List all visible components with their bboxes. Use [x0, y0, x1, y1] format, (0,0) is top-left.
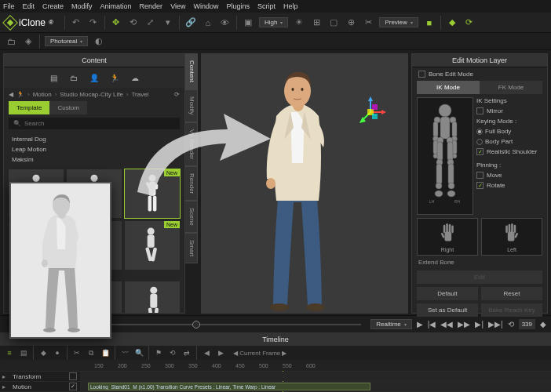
motion-clip[interactable]: Looking_Stand01_M (x1.00) Transition Cur…: [88, 383, 370, 390]
tree-item[interactable]: Internal Dog: [12, 134, 177, 144]
prev-key-button[interactable]: |◀: [428, 320, 436, 328]
menu-modify[interactable]: Modify: [71, 2, 93, 10]
move-checkbox[interactable]: [476, 172, 483, 179]
vtab-vprender[interactable]: Vp Render: [185, 122, 198, 166]
step-back-button[interactable]: ◀◀: [440, 320, 453, 328]
default-button[interactable]: Default: [417, 287, 478, 300]
motion-thumb[interactable]: New: [125, 169, 180, 218]
current-frame-field[interactable]: 339: [519, 319, 535, 329]
menu-create[interactable]: Create: [42, 2, 64, 10]
cat-folder-icon[interactable]: 🗀: [68, 72, 79, 83]
preview-select[interactable]: Preview: [379, 17, 418, 27]
tab-custom[interactable]: Custom: [49, 101, 87, 114]
expand-icon[interactable]: ▸: [0, 383, 8, 390]
render-mode-select[interactable]: Photoreal: [45, 36, 88, 46]
tl-key-icon[interactable]: ◆: [38, 348, 48, 358]
key-button[interactable]: ◆: [540, 320, 546, 328]
tl-next-icon[interactable]: ▶: [216, 348, 225, 358]
ik-mode-tab[interactable]: IK Mode: [417, 81, 480, 94]
motion-thumb[interactable]: [125, 281, 180, 313]
motion-thumb[interactable]: New: [125, 221, 180, 270]
tl-marker-icon[interactable]: ⚑: [154, 348, 163, 358]
breadcrumb-seg[interactable]: Studio Mocap-City Life: [60, 91, 122, 98]
tl-copy-icon[interactable]: ⧉: [86, 348, 96, 358]
set-default-button[interactable]: Set as Default: [417, 303, 478, 317]
motion-track[interactable]: Looking_Stand01_M (x1.00) Transition Cur…: [80, 382, 551, 391]
box-icon[interactable]: ▢: [327, 16, 340, 29]
menu-script[interactable]: Script: [257, 2, 276, 10]
track-vis-checkbox[interactable]: [69, 372, 77, 380]
cube-icon[interactable]: ◈: [22, 35, 35, 48]
tl-ab-icon[interactable]: ⇄: [182, 348, 192, 358]
realtime-select[interactable]: Realtime: [370, 319, 412, 329]
move-tool-icon[interactable]: ✥: [110, 16, 122, 29]
vtab-content[interactable]: Content: [185, 53, 198, 89]
layout-icon[interactable]: ▣: [242, 16, 254, 29]
tl-prev-icon[interactable]: ◀: [202, 348, 211, 358]
breadcrumb-seg[interactable]: Travel: [132, 91, 149, 98]
transform-track[interactable]: [80, 372, 551, 381]
menu-help[interactable]: Help: [283, 2, 298, 10]
bone-edit-checkbox[interactable]: [418, 71, 425, 78]
track-vis-checkbox[interactable]: ✓: [69, 383, 77, 390]
sun-icon[interactable]: ☀: [293, 16, 305, 29]
folder-tree[interactable]: Internal Dog Leap Motion Maksim: [4, 132, 184, 166]
menu-view[interactable]: View: [170, 2, 185, 10]
tl-filter-icon[interactable]: ▤: [19, 348, 28, 358]
export-icon[interactable]: ◆: [446, 16, 458, 29]
tl-curve-icon[interactable]: 〰: [120, 348, 130, 358]
right-hand-view[interactable]: Right: [417, 218, 478, 256]
dropdown-icon[interactable]: ▾: [162, 16, 174, 29]
cat-cloud-icon[interactable]: ☁: [130, 72, 140, 83]
tl-cut-icon[interactable]: ✂: [72, 348, 82, 358]
back-icon[interactable]: ◀: [9, 91, 13, 98]
transform-gizmo[interactable]: [355, 96, 386, 128]
undo-icon[interactable]: ↶: [70, 16, 82, 29]
folder-icon[interactable]: 🗀: [5, 35, 17, 48]
mannequin-view[interactable]: LH RH: [417, 97, 473, 215]
snap-icon[interactable]: ✂: [362, 16, 374, 29]
reset-button[interactable]: Reset: [481, 287, 542, 300]
cat-template-icon[interactable]: ▤: [48, 72, 59, 83]
character-model[interactable]: [239, 61, 356, 312]
rotate-checkbox[interactable]: ✓: [476, 182, 483, 189]
full-body-radio[interactable]: [476, 129, 483, 135]
redo-icon[interactable]: ↷: [87, 16, 100, 29]
tl-paste-icon[interactable]: 📋: [100, 348, 110, 358]
menu-edit[interactable]: Edit: [23, 2, 35, 10]
menu-file[interactable]: File: [3, 2, 15, 10]
expand-icon[interactable]: ▸: [0, 373, 8, 380]
vtab-smart[interactable]: Smart: [185, 233, 198, 263]
tl-loop-icon[interactable]: ⟲: [168, 348, 177, 358]
next-key-button[interactable]: ▶|: [475, 320, 483, 328]
menu-window[interactable]: Window: [193, 2, 218, 10]
track-label-motion[interactable]: Motion: [8, 383, 69, 390]
refresh-icon[interactable]: ⟳: [174, 91, 180, 98]
grid-icon[interactable]: ⊞: [310, 16, 323, 29]
shading-icon[interactable]: ◐: [93, 35, 105, 48]
edit-button[interactable]: Edit: [417, 270, 542, 284]
slider-thumb[interactable]: [192, 321, 200, 328]
step-fwd-button[interactable]: ▶▶: [458, 320, 470, 328]
home-icon[interactable]: ⌂: [202, 16, 214, 29]
cat-avatar-icon[interactable]: 👤: [89, 72, 100, 83]
track-label-transform[interactable]: Transform: [8, 373, 69, 380]
end-button[interactable]: ▶▶|: [488, 320, 503, 328]
eye-icon[interactable]: 👁: [219, 16, 232, 29]
tl-zoom-icon[interactable]: 🔍: [134, 348, 144, 358]
fk-mode-tab[interactable]: FK Mode: [480, 81, 542, 94]
realistic-shoulder-checkbox[interactable]: ✓: [476, 148, 483, 155]
menu-plugins[interactable]: Plugins: [227, 2, 250, 10]
vtab-scene[interactable]: Scene: [185, 201, 198, 233]
mirror-checkbox[interactable]: [476, 107, 483, 114]
search-input[interactable]: [9, 118, 180, 129]
bake-reach-button[interactable]: Bake Reach Key: [481, 303, 542, 317]
rotate-tool-icon[interactable]: ⟲: [127, 16, 140, 29]
left-hand-view[interactable]: Left: [481, 218, 542, 256]
tl-track-icon[interactable]: ≡: [5, 348, 14, 358]
search-field[interactable]: [24, 120, 175, 127]
tab-template[interactable]: Template: [9, 101, 49, 114]
tree-item[interactable]: Maksim: [12, 154, 177, 165]
breadcrumb-seg[interactable]: Motion: [33, 91, 52, 98]
3d-viewport[interactable]: [201, 53, 408, 314]
